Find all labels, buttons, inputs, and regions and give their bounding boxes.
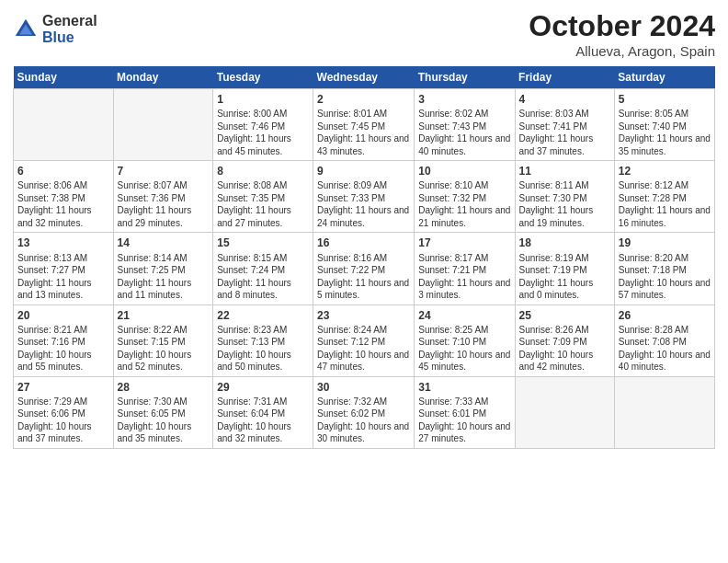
sunrise-text: Sunrise: 7:31 AM: [217, 396, 309, 408]
sunrise-text: Sunrise: 8:19 AM: [519, 252, 610, 265]
calendar-cell: 28Sunrise: 7:30 AMSunset: 6:05 PMDayligh…: [113, 376, 213, 448]
calendar-cell: 31Sunrise: 7:33 AMSunset: 6:01 PMDayligh…: [415, 376, 515, 448]
title-section: October 2024 Allueva, Aragon, Spain: [529, 9, 715, 59]
sunset-text: Sunset: 6:01 PM: [418, 408, 510, 420]
calendar-cell: 30Sunrise: 7:32 AMSunset: 6:02 PMDayligh…: [313, 376, 415, 448]
week-row-4: 27Sunrise: 7:29 AMSunset: 6:06 PMDayligh…: [14, 376, 715, 448]
sunset-text: Sunset: 7:21 PM: [418, 264, 510, 277]
daylight-text: Daylight: 10 hours and 37 minutes.: [17, 420, 109, 445]
calendar-cell: 13Sunrise: 8:13 AMSunset: 7:27 PMDayligh…: [14, 233, 114, 304]
sunset-text: Sunset: 7:35 PM: [217, 192, 309, 205]
sunset-text: Sunset: 7:40 PM: [619, 121, 711, 133]
sunset-text: Sunset: 7:09 PM: [519, 336, 610, 349]
sunrise-text: Sunrise: 8:17 AM: [418, 252, 510, 265]
month-title: October 2024: [529, 9, 715, 43]
sunset-text: Sunset: 7:36 PM: [118, 192, 210, 205]
day-number: 2: [317, 92, 410, 107]
daylight-text: Daylight: 10 hours and 50 minutes.: [217, 349, 309, 373]
day-number: 3: [418, 92, 510, 107]
day-number: 12: [619, 164, 711, 178]
header-monday: Monday: [113, 66, 213, 89]
calendar-cell: 1Sunrise: 8:00 AMSunset: 7:46 PMDaylight…: [213, 89, 313, 161]
day-number: 28: [118, 380, 210, 395]
daylight-text: Daylight: 11 hours and 19 minutes.: [519, 204, 610, 229]
day-number: 31: [418, 380, 510, 395]
sunset-text: Sunset: 7:19 PM: [519, 264, 610, 277]
location: Allueva, Aragon, Spain: [529, 43, 715, 59]
daylight-text: Daylight: 11 hours and 5 minutes.: [317, 277, 410, 302]
calendar-cell: 9Sunrise: 8:09 AMSunset: 7:33 PMDaylight…: [313, 161, 415, 233]
daylight-text: Daylight: 10 hours and 35 minutes.: [118, 420, 210, 445]
day-number: 20: [17, 308, 109, 323]
calendar-cell: 3Sunrise: 8:02 AMSunset: 7:43 PMDaylight…: [415, 89, 515, 161]
header: General Blue October 2024 Allueva, Arago…: [13, 9, 715, 59]
sunset-text: Sunset: 7:46 PM: [217, 121, 309, 133]
daylight-text: Daylight: 10 hours and 40 minutes.: [619, 349, 711, 373]
day-number: 11: [519, 164, 610, 178]
calendar-cell: 8Sunrise: 8:08 AMSunset: 7:35 PMDaylight…: [213, 161, 313, 233]
calendar-cell: 7Sunrise: 8:07 AMSunset: 7:36 PMDaylight…: [113, 161, 213, 233]
calendar-cell: 4Sunrise: 8:03 AMSunset: 7:41 PMDaylight…: [515, 89, 614, 161]
week-row-0: 1Sunrise: 8:00 AMSunset: 7:46 PMDaylight…: [14, 89, 715, 161]
calendar-cell: 20Sunrise: 8:21 AMSunset: 7:16 PMDayligh…: [14, 304, 114, 376]
day-number: 19: [619, 236, 711, 250]
sunset-text: Sunset: 6:02 PM: [317, 408, 410, 420]
daylight-text: Daylight: 11 hours and 45 minutes.: [217, 132, 309, 157]
sunrise-text: Sunrise: 8:14 AM: [118, 252, 210, 265]
day-number: 1: [217, 92, 309, 107]
header-saturday: Saturday: [614, 66, 714, 89]
sunset-text: Sunset: 7:10 PM: [418, 336, 510, 349]
daylight-text: Daylight: 11 hours and 11 minutes.: [118, 277, 210, 302]
day-number: 21: [118, 308, 210, 323]
sunrise-text: Sunrise: 7:30 AM: [118, 396, 210, 408]
sunrise-text: Sunrise: 8:01 AM: [317, 108, 410, 121]
daylight-text: Daylight: 11 hours and 37 minutes.: [519, 132, 610, 157]
sunset-text: Sunset: 7:38 PM: [17, 192, 109, 205]
day-number: 10: [418, 164, 510, 178]
calendar-cell: 17Sunrise: 8:17 AMSunset: 7:21 PMDayligh…: [415, 233, 515, 304]
sunrise-text: Sunrise: 8:12 AM: [619, 179, 711, 192]
sunrise-text: Sunrise: 8:00 AM: [217, 108, 309, 121]
sunrise-text: Sunrise: 8:07 AM: [118, 179, 210, 192]
daylight-text: Daylight: 11 hours and 21 minutes.: [418, 204, 510, 229]
sunset-text: Sunset: 7:25 PM: [118, 264, 210, 277]
day-number: 30: [317, 380, 410, 395]
day-number: 25: [519, 308, 610, 323]
sunrise-text: Sunrise: 8:09 AM: [317, 179, 410, 192]
calendar-cell: 18Sunrise: 8:19 AMSunset: 7:19 PMDayligh…: [515, 233, 614, 304]
day-number: 9: [317, 164, 410, 178]
sunset-text: Sunset: 7:16 PM: [17, 336, 109, 349]
day-number: 16: [317, 236, 410, 250]
daylight-text: Daylight: 10 hours and 42 minutes.: [519, 349, 610, 373]
calendar-cell: 26Sunrise: 8:28 AMSunset: 7:08 PMDayligh…: [614, 304, 714, 376]
logo-icon: [13, 17, 39, 42]
sunset-text: Sunset: 7:24 PM: [217, 264, 309, 277]
sunrise-text: Sunrise: 8:08 AM: [217, 179, 309, 192]
daylight-text: Daylight: 10 hours and 52 minutes.: [118, 349, 210, 373]
sunrise-text: Sunrise: 8:02 AM: [418, 108, 510, 121]
sunrise-text: Sunrise: 7:32 AM: [317, 396, 410, 408]
header-thursday: Thursday: [415, 66, 515, 89]
day-number: 13: [17, 236, 109, 250]
sunset-text: Sunset: 7:08 PM: [619, 336, 711, 349]
calendar-cell: [515, 376, 614, 448]
calendar-cell: 11Sunrise: 8:11 AMSunset: 7:30 PMDayligh…: [515, 161, 614, 233]
sunrise-text: Sunrise: 8:26 AM: [519, 324, 610, 337]
calendar-cell: 23Sunrise: 8:24 AMSunset: 7:12 PMDayligh…: [313, 304, 415, 376]
sunrise-text: Sunrise: 8:22 AM: [118, 324, 210, 337]
sunrise-text: Sunrise: 8:10 AM: [418, 179, 510, 192]
sunrise-text: Sunrise: 8:13 AM: [17, 252, 109, 265]
sunrise-text: Sunrise: 8:25 AM: [418, 324, 510, 337]
sunset-text: Sunset: 7:33 PM: [317, 192, 410, 205]
sunset-text: Sunset: 6:06 PM: [17, 408, 109, 420]
daylight-text: Daylight: 11 hours and 0 minutes.: [519, 277, 610, 302]
header-friday: Friday: [515, 66, 614, 89]
calendar-table: SundayMondayTuesdayWednesdayThursdayFrid…: [13, 66, 715, 449]
logo-general: General: [42, 13, 97, 29]
calendar-cell: 6Sunrise: 8:06 AMSunset: 7:38 PMDaylight…: [14, 161, 114, 233]
sunrise-text: Sunrise: 8:11 AM: [519, 179, 610, 192]
sunset-text: Sunset: 6:04 PM: [217, 408, 309, 420]
calendar-cell: 16Sunrise: 8:16 AMSunset: 7:22 PMDayligh…: [313, 233, 415, 304]
sunrise-text: Sunrise: 8:16 AM: [317, 252, 410, 265]
sunrise-text: Sunrise: 8:05 AM: [619, 108, 711, 121]
